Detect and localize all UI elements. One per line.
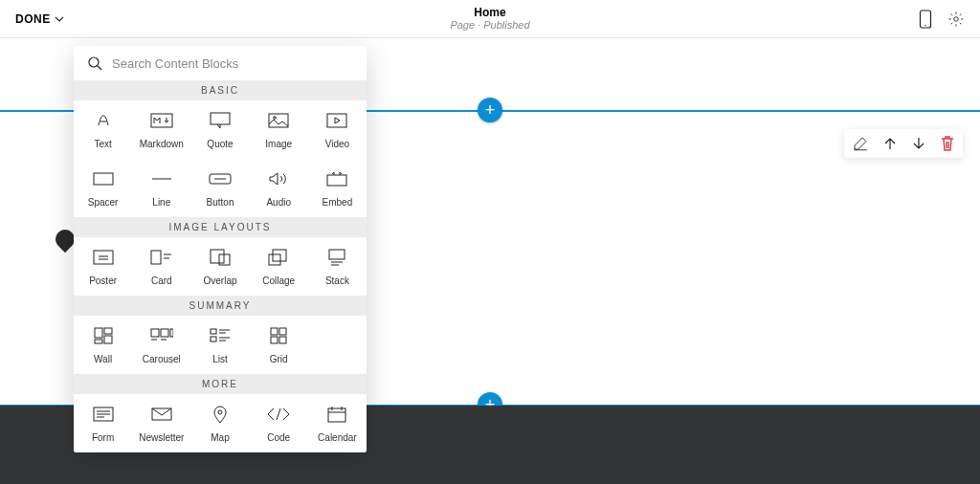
markdown-icon [150,110,173,131]
wall-icon [94,325,113,346]
overlap-icon [210,247,231,268]
embed-icon [326,168,347,189]
svg-rect-14 [211,250,224,263]
section-header-image-layouts: IMAGE LAYOUTS [74,217,367,237]
content-block-picker: BASIC Text Markdown Quote Image Video Sp… [74,46,367,452]
block-text[interactable]: Text [74,100,132,159]
block-card[interactable]: Card [132,237,190,296]
block-overlap[interactable]: Overlap [190,237,249,296]
svg-rect-19 [95,328,102,338]
trash-icon[interactable] [940,135,955,152]
svg-rect-8 [327,114,346,127]
block-form[interactable]: Form [74,394,132,452]
quote-icon [210,110,231,131]
block-list[interactable]: List [190,316,249,374]
grid-more: Form Newsletter Map Code Calendar [74,394,367,452]
block-markdown[interactable]: Markdown [132,100,190,159]
block-image[interactable]: Image [250,100,308,159]
done-label: DONE [15,12,51,26]
svg-point-34 [218,410,222,414]
section-header-basic: BASIC [74,80,367,100]
search-input[interactable] [112,56,353,71]
chevron-down-icon [55,14,64,24]
image-icon [268,110,289,131]
block-newsletter[interactable]: Newsletter [132,394,190,452]
block-calendar[interactable]: Calendar [308,394,367,452]
block-carousel[interactable]: Carousel [132,316,190,374]
block-map[interactable]: Map [190,394,249,452]
arrow-up-icon[interactable] [882,136,898,151]
newsletter-icon [151,404,172,425]
block-button[interactable]: Button [190,159,249,217]
done-button[interactable]: DONE [15,12,64,26]
svg-rect-18 [329,250,345,259]
block-collage[interactable]: Collage [250,237,308,296]
search-icon [87,55,102,71]
carousel-icon [150,325,173,346]
page-subtitle: Page · Published [450,19,529,31]
map-icon [212,404,228,425]
block-audio[interactable]: Audio [250,159,308,217]
top-bar: DONE Home Page · Published [0,0,980,38]
svg-rect-27 [211,337,216,341]
collage-icon [268,247,289,268]
section-edit-toolbar [844,129,963,158]
block-spacer[interactable]: Spacer [74,159,132,217]
grid-basic: Text Markdown Quote Image Video Spacer L… [74,100,367,217]
block-line[interactable]: Line [132,159,190,217]
empty-cell [308,316,367,374]
add-section-button[interactable]: + [478,98,502,122]
svg-rect-23 [151,329,159,337]
block-code[interactable]: Code [250,394,308,452]
block-wall[interactable]: Wall [74,316,132,374]
svg-rect-30 [271,337,278,343]
svg-rect-22 [104,336,112,343]
block-grid[interactable]: Grid [250,316,308,374]
grid-image-layouts: Poster Card Overlap Collage Stack [74,237,367,296]
mobile-preview-icon[interactable] [919,10,932,29]
svg-rect-21 [95,340,102,343]
edit-icon[interactable] [852,135,869,152]
svg-rect-28 [271,328,278,335]
svg-rect-31 [279,337,286,343]
svg-point-1 [924,24,925,25]
button-icon [209,168,232,189]
svg-rect-24 [161,329,168,337]
svg-rect-16 [273,250,286,261]
audio-icon [268,168,289,189]
grid-icon [270,325,287,346]
svg-rect-13 [151,251,161,264]
video-icon [326,110,347,131]
block-poster[interactable]: Poster [74,237,132,296]
svg-rect-20 [104,328,112,334]
block-quote[interactable]: Quote [190,100,249,159]
arrow-down-icon[interactable] [911,136,926,151]
search-row [74,46,367,80]
block-video[interactable]: Video [308,100,367,159]
svg-rect-29 [279,328,286,335]
poster-icon [93,247,114,268]
svg-rect-25 [170,329,173,337]
page-title: Home [450,7,529,19]
svg-rect-12 [94,251,113,264]
stack-icon [326,247,347,268]
gear-icon[interactable] [947,11,965,28]
code-icon [267,404,290,425]
page-title-block: Home Page · Published [450,7,529,31]
svg-rect-35 [328,408,345,422]
svg-rect-17 [269,254,280,265]
svg-point-3 [89,57,99,67]
svg-rect-5 [211,113,230,124]
svg-point-2 [954,16,959,21]
section-header-summary: SUMMARY [74,296,367,316]
calendar-icon [327,404,346,425]
svg-rect-26 [211,329,216,334]
line-icon [151,168,172,189]
section-header-more: MORE [74,374,367,394]
text-icon [94,110,113,131]
form-icon [93,404,114,425]
grid-summary: Wall Carousel List Grid [74,316,367,374]
card-icon [150,247,173,268]
block-embed[interactable]: Embed [308,159,367,217]
block-stack[interactable]: Stack [308,237,367,296]
